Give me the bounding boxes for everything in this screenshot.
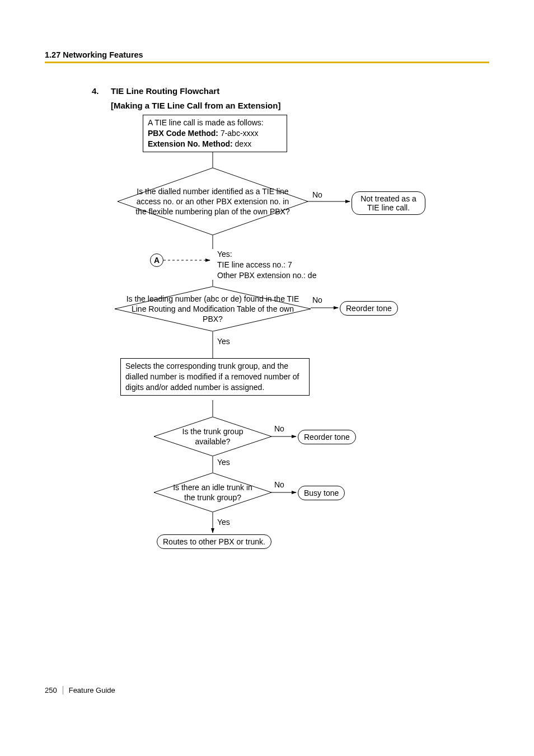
- result-busy-tone: Busy tone: [298, 486, 345, 500]
- connector-a-circle: A: [150, 253, 163, 267]
- d1-yes-detail2: Other PBX extension no.: de: [217, 270, 316, 281]
- decision-tie-access-text: Is the dialled number identified as a TI…: [118, 186, 308, 217]
- d2-no-label: No: [312, 295, 322, 304]
- doc-title: Feature Guide: [69, 686, 115, 694]
- d1-yes-label: Yes:: [217, 249, 316, 260]
- start-line2: PBX Code Method: 7-abc-xxxx: [148, 128, 282, 139]
- start-box: A TIE line call is made as follows: PBX …: [143, 115, 287, 152]
- result-reorder-tone-1: Reorder tone: [340, 301, 398, 316]
- page: 1.27 Networking Features 4. TIE Line Rou…: [0, 0, 534, 756]
- flowchart-title: TIE Line Routing Flowchart: [111, 86, 219, 96]
- start-line3: Extension No. Method: dexx: [148, 139, 282, 149]
- list-number: 4.: [92, 86, 99, 96]
- result-not-tie-call: Not treated as a TIE line call.: [352, 191, 425, 215]
- d3-no-label: No: [274, 424, 284, 433]
- flowchart-diagram: A TIE line call is made as follows: PBX …: [118, 112, 437, 560]
- d1-yes-detail1: TIE line access no.: 7: [217, 260, 316, 270]
- section-header: 1.27 Networking Features: [45, 50, 143, 59]
- decision-leading-number-text: Is the leading number (abc or de) found …: [115, 294, 311, 325]
- page-footer: 250Feature Guide: [45, 686, 115, 694]
- result-routes-to-pbx: Routes to other PBX or trunk.: [157, 534, 271, 549]
- process-select-trunk: Selects the corresponding trunk group, a…: [120, 358, 310, 396]
- decision-idle-trunk: Is there an idle trunk in the trunk grou…: [154, 473, 271, 512]
- decision-idle-trunk-text: Is there an idle trunk in the trunk grou…: [154, 482, 271, 503]
- header-rule: [45, 62, 489, 63]
- d3-yes-label: Yes: [217, 458, 230, 467]
- result-reorder-tone-2: Reorder tone: [298, 430, 356, 444]
- page-number: 250: [45, 686, 63, 694]
- flowchart-subtitle: [Making a TIE Line Call from an Extensio…: [111, 101, 280, 110]
- decision-leading-number: Is the leading number (abc or de) found …: [115, 287, 311, 331]
- d4-yes-label: Yes: [217, 518, 230, 527]
- decision-tie-access: Is the dialled number identified as a TI…: [118, 168, 308, 235]
- decision-trunk-group-available-text: Is the trunk group available?: [154, 426, 271, 447]
- start-line1: A TIE line call is made as follows:: [148, 118, 282, 128]
- d1-no-label: No: [312, 190, 322, 199]
- d2-yes-label: Yes: [217, 337, 230, 346]
- decision-trunk-group-available: Is the trunk group available?: [154, 417, 271, 456]
- d1-yes-block: Yes: TIE line access no.: 7 Other PBX ex…: [217, 249, 316, 281]
- d4-no-label: No: [274, 480, 284, 489]
